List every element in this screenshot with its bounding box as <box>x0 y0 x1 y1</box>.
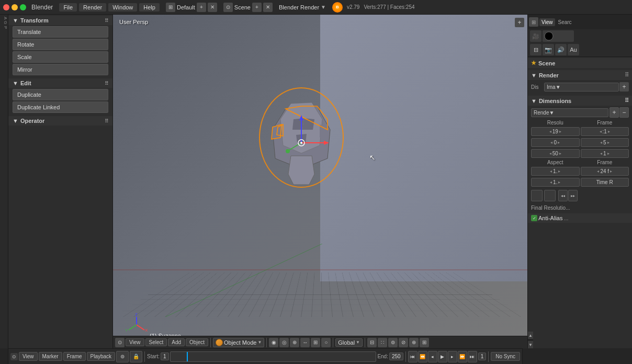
view-menu-button[interactable]: View <box>126 338 144 346</box>
proportional-icon[interactable]: ○ <box>321 338 331 347</box>
rotate-button[interactable]: Rotate <box>13 39 108 50</box>
resolution-x-input[interactable]: ◂ 19 ▸ <box>531 127 580 136</box>
left-panel-scroll[interactable]: ▼ Transform ⠿ Translate Rotate Scale Mir… <box>8 15 112 348</box>
render-menu[interactable]: Render <box>79 3 106 12</box>
viewport[interactable]: User Persp + <box>113 15 527 348</box>
viewport-expand-button[interactable]: + <box>515 18 524 27</box>
scrollbar-down-button[interactable]: ▼ <box>528 341 533 348</box>
right-cam-icon[interactable]: 🎥 <box>530 30 541 42</box>
play-button[interactable]: ▶ <box>438 351 447 362</box>
shade-mode-btn-2[interactable] <box>544 190 556 201</box>
timeline-playback-button[interactable]: Playback <box>87 352 116 361</box>
next-frame-button[interactable]: ▸▸ <box>568 190 578 201</box>
render-output-add-button[interactable]: + <box>619 82 629 92</box>
layer-icon[interactable]: ⊟ <box>367 338 377 347</box>
screen-layout-icon[interactable]: ⊞ <box>166 3 175 12</box>
left-edge-strip: A G P <box>0 15 8 348</box>
resolution-pct-input[interactable]: ◂ 50 ▸ <box>531 149 580 158</box>
right-render-props-icon[interactable]: ⊟ <box>530 44 541 55</box>
layout-remove-button[interactable]: ✕ <box>208 3 217 12</box>
anti-alias-row: ✓ Anti-Alias ... <box>531 215 569 221</box>
snap-icon[interactable]: ⊞ <box>311 338 320 347</box>
jump-end-button[interactable]: ⏭ <box>468 351 477 362</box>
aspect-y-input[interactable]: ◂ 1. ▸ <box>531 178 580 187</box>
object-menu-button[interactable]: Object <box>186 338 208 346</box>
shade-mode-btn-1[interactable] <box>531 190 543 201</box>
right-shader-icon[interactable] <box>543 30 574 42</box>
paint-icon[interactable]: ⊞ <box>420 338 429 347</box>
particle-icon[interactable]: ∷ <box>378 338 387 347</box>
end-frame-input[interactable]: 250 <box>389 352 403 360</box>
dim-preset-selector[interactable]: Rende▼ <box>531 108 608 117</box>
shade-solid-icon[interactable]: ◉ <box>269 338 278 347</box>
prev-key-button[interactable]: ⏪ <box>418 351 427 362</box>
add-menu-button[interactable]: Add <box>168 338 185 346</box>
file-menu[interactable]: File <box>59 3 77 12</box>
transform-section-header[interactable]: ▼ Transform ⠿ <box>8 16 112 25</box>
next-key-button[interactable]: ⏩ <box>458 351 467 362</box>
viewport-extras-icon[interactable]: ⊕ <box>290 338 299 347</box>
render-image-output[interactable]: Ima▼ <box>544 83 619 92</box>
start-frame-input[interactable]: 1 <box>161 352 169 360</box>
layout-add-button[interactable]: + <box>197 3 206 12</box>
timeline-icon[interactable]: ⊙ <box>10 353 18 360</box>
timeline-lock-button[interactable]: 🔒 <box>130 351 142 362</box>
next-frame-button2[interactable]: ▸ <box>448 351 457 362</box>
timeline-frame-button[interactable]: Frame <box>63 352 86 361</box>
minimize-window-button[interactable] <box>12 4 18 10</box>
right-view-label[interactable]: View <box>539 18 555 26</box>
dim-plus-button[interactable]: + <box>610 107 619 118</box>
frame-rate-input[interactable]: ◂ 24 f ▸ <box>581 167 629 176</box>
frame-step-input[interactable]: ◂ 1 ▸ <box>581 149 629 158</box>
scene-remove-button[interactable]: ✕ <box>263 3 273 12</box>
timeline-view-button[interactable]: View <box>19 352 38 361</box>
timeline-mode-button[interactable]: ⊚ <box>116 351 129 362</box>
time-remap-input[interactable]: Time R <box>581 178 629 187</box>
help-menu[interactable]: Help <box>139 3 160 12</box>
render-icon[interactable]: ⊘ <box>399 338 408 347</box>
scrollbar-up-button[interactable]: ▲ <box>528 332 533 339</box>
aspect-x-input[interactable]: ◂ 1. ▸ <box>531 167 580 176</box>
right-material-props-icon[interactable]: 🔊 <box>555 44 567 55</box>
edit-section-header[interactable]: ▼ Edit ⠿ <box>8 78 112 88</box>
operator-section-header[interactable]: ▼ Operator ⠿ <box>8 116 112 126</box>
current-frame-input[interactable]: 1 <box>478 352 487 360</box>
translate-button[interactable]: Translate <box>13 26 108 38</box>
dimensions-header[interactable]: ▼ Dimensions ⠿ <box>528 96 632 106</box>
object-mode-selector[interactable]: Object Mode ▼ <box>213 338 264 347</box>
mirror-button[interactable]: Mirror <box>13 64 108 75</box>
prev-frame-button2[interactable]: ◂ <box>428 351 437 362</box>
right-search-label[interactable]: Searc <box>556 18 574 26</box>
prev-frame-button[interactable]: ◂◂ <box>558 190 568 201</box>
no-sync-button[interactable]: No Sync <box>491 352 520 361</box>
record-icon[interactable]: ⊚ <box>388 338 398 347</box>
timeline-playhead <box>187 352 188 361</box>
scene-add-button[interactable]: + <box>252 3 262 12</box>
shade-render-icon[interactable]: ◎ <box>279 338 289 347</box>
mesh-select-icon[interactable]: ⊕ <box>409 338 419 347</box>
resolution-y-input[interactable]: ◂ 0 ▸ <box>531 138 580 147</box>
right-particle-props-icon[interactable]: Au <box>568 44 579 55</box>
transform-orientation-selector[interactable]: Global ▼ <box>335 338 363 347</box>
right-object-props-icon[interactable]: 📷 <box>543 44 554 55</box>
duplicate-linked-button[interactable]: Duplicate Linked <box>13 101 108 113</box>
jump-start-button[interactable]: ⏮ <box>408 351 417 362</box>
viewport-mode-icon[interactable]: ⊙ <box>115 338 125 347</box>
anti-alias-checkbox[interactable]: ✓ <box>531 215 537 221</box>
timeline-marker-button[interactable]: Marker <box>39 352 62 361</box>
dim-minus-button[interactable]: − <box>619 107 629 118</box>
frame-start-input[interactable]: ◂ :1 ▸ <box>581 127 629 136</box>
maximize-window-button[interactable] <box>20 4 26 10</box>
manipulator-icon[interactable]: ↔ <box>300 338 310 347</box>
timeline-scrubber[interactable] <box>170 351 377 362</box>
right-panel-scrollbar[interactable]: ▲ ▼ <box>528 332 533 348</box>
scale-button[interactable]: Scale <box>13 51 108 63</box>
duplicate-button[interactable]: Duplicate <box>13 89 108 100</box>
frame-end-input[interactable]: ◂ 5 ▸ <box>581 138 629 147</box>
window-menu[interactable]: Window <box>108 3 137 12</box>
right-view-tab[interactable]: ⊞ <box>529 17 538 27</box>
close-window-button[interactable] <box>3 4 9 10</box>
object-mode-icon <box>216 339 223 346</box>
render-section-header[interactable]: ▼ Render ⠿ <box>528 70 632 80</box>
select-menu-button[interactable]: Select <box>145 338 167 346</box>
